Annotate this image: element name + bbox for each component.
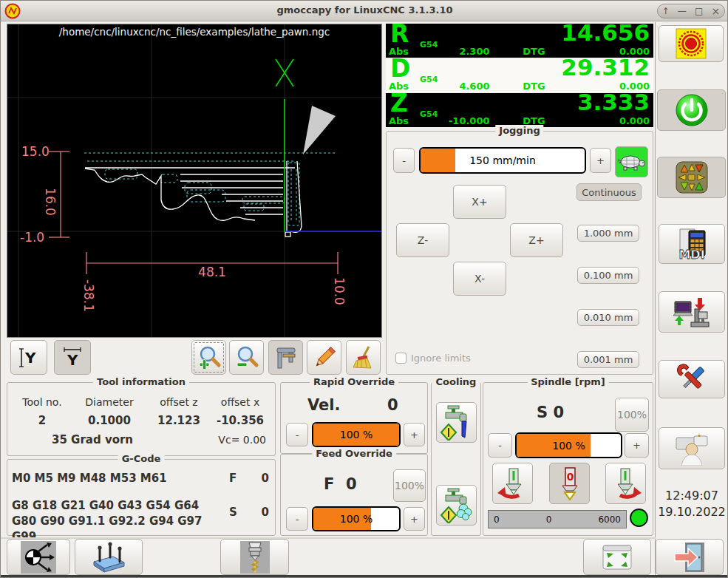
zoom-out-button[interactable] [229, 340, 264, 375]
rapid-override-bar[interactable]: 100 % [312, 422, 401, 447]
svg-text:Y: Y [24, 349, 36, 367]
spindle-minus-button[interactable]: - [488, 433, 512, 458]
jog-increment-001mm-button[interactable]: 0.010 mm [577, 309, 639, 326]
spindle-speed-label: S 0 [537, 404, 564, 421]
turtle-jog-button[interactable] [615, 146, 648, 177]
ignore-limits-checkbox[interactable]: Ignore limits [395, 353, 471, 364]
emergency-stop-icon [676, 28, 707, 59]
vc-value: Vc= 0.00 [218, 434, 266, 446]
maximize-button[interactable]: □ [695, 7, 703, 16]
jog-x-plus-button[interactable]: X+ [453, 185, 506, 219]
close-button[interactable]: × [712, 6, 721, 16]
jog-speed-plus-button[interactable]: + [590, 148, 611, 173]
jog-mode-continuous-button[interactable]: Continuous [576, 183, 642, 201]
dtg-label: DTG [490, 81, 579, 92]
tool-dimensions-button[interactable] [268, 340, 303, 375]
dimension-absolute-button[interactable]: Y [10, 340, 47, 375]
edit-gcode-button[interactable] [307, 340, 341, 375]
zoom-out-icon [234, 345, 259, 370]
rapid-minus-button[interactable]: - [286, 423, 308, 446]
dim-label-16: 16.0 [43, 188, 58, 216]
abs-label: Abs [389, 115, 418, 126]
loaded-file-path: /home/cnc/linuxcnc/nc_files/examples/lat… [7, 26, 381, 38]
spindle-ccw-button[interactable] [492, 463, 533, 504]
jog-speed-minus-button[interactable]: - [393, 148, 415, 173]
cooling-frame: Cooling [431, 382, 481, 536]
axis-position: 29.312 [561, 54, 650, 81]
rapid-override-title: Rapid Override [310, 376, 398, 387]
gcode-title: G-Code [118, 453, 165, 464]
rapid-path [84, 153, 336, 225]
jog-x-minus-button[interactable]: X- [453, 262, 506, 296]
svg-text:0: 0 [566, 471, 574, 483]
user-settings-button[interactable] [659, 427, 725, 469]
tool-cone [303, 106, 336, 154]
feed-minus-button[interactable]: - [286, 507, 308, 531]
feed-path [85, 161, 302, 237]
feed-override-bar[interactable]: 100 % [312, 506, 401, 531]
jog-z-plus-button[interactable]: Z+ [510, 223, 563, 257]
dro-axis-r[interactable]: R G54 14.656 Abs 2.300 DTG 0.000 [386, 24, 653, 58]
mdi-mode-button[interactable]: MDI [659, 224, 725, 264]
jog-z-minus-button[interactable]: Z- [396, 223, 449, 257]
shade-button[interactable]: ↑ [662, 7, 670, 16]
mist-coolant-button[interactable] [436, 485, 477, 526]
clear-plot-button[interactable] [346, 340, 381, 375]
caliper-icon [273, 345, 299, 370]
jog-increment-1mm-button[interactable]: 1.000 mm [577, 225, 639, 242]
rapid-plus-button[interactable]: + [404, 423, 425, 446]
checkbox-box [395, 353, 406, 364]
flood-icon [440, 405, 473, 441]
jog-increment-01mm-button[interactable]: 0.100 mm [577, 267, 639, 284]
s-label: S [229, 506, 237, 519]
feed-plus-button[interactable]: + [404, 507, 425, 531]
titlebar[interactable]: gmoccapy for LinuxCNC 3.1.3.10 ↑ — □ × [1, 1, 728, 21]
abs-value: 4.600 [418, 81, 490, 92]
estop-button[interactable] [659, 25, 724, 62]
flood-coolant-button[interactable] [436, 402, 477, 443]
touch-off-button[interactable] [7, 539, 70, 575]
dro-axis-z[interactable]: Z G54 3.333 Abs -10.000 DTG 0.000 [386, 93, 653, 127]
feed-label: F [324, 475, 334, 493]
dim-label-minus38: -38.1 [81, 279, 96, 312]
dro-axis-d[interactable]: D G54 29.312 Abs 4.600 DTG 0.000 [386, 58, 653, 92]
svg-text:Y: Y [67, 351, 78, 369]
spindle-override-value: 100 % [517, 434, 621, 457]
spindle-stop-button[interactable]: 0 [549, 463, 590, 504]
dimension-y-icon: Y [18, 346, 40, 370]
axis-position: 14.656 [561, 19, 650, 46]
spindle-cw-button[interactable] [605, 463, 646, 504]
touch-plate-icon [90, 541, 127, 574]
spindle-override-bar[interactable]: 100 % [515, 432, 622, 458]
f-value: 0 [262, 472, 269, 485]
jog-speed-bar[interactable]: 150 mm/min [419, 147, 586, 174]
manual-mode-button[interactable] [657, 157, 726, 198]
feed-reset-button[interactable]: 100% [393, 469, 426, 502]
svg-text:MDI: MDI [678, 248, 704, 260]
tool-no-header: Tool no. [13, 396, 71, 408]
settings-button[interactable] [659, 360, 725, 398]
rapid-override-frame: Rapid Override Vel. 0 - 100 % + [280, 382, 428, 454]
clock: 12:49:07 19.10.2022 [657, 488, 727, 520]
zoom-in-button[interactable] [191, 340, 226, 375]
auto-mode-button[interactable] [659, 291, 725, 333]
jog-speed-value: 150 mm/min [421, 149, 585, 172]
dim-label-15: 15.0 [21, 144, 50, 159]
exit-button[interactable] [656, 539, 724, 575]
axis-position: 3.333 [577, 89, 650, 115]
gcode-frame: G-Code M0 M5 M9 M48 M53 M61 F 0 G8 G18 G… [7, 459, 276, 536]
machine-on-button[interactable] [657, 89, 726, 131]
scale-current: 0 [546, 514, 552, 525]
dimension-relative-button[interactable]: Y [54, 340, 91, 375]
tool-measure-button[interactable] [220, 539, 289, 575]
spindle-plus-button[interactable]: + [625, 433, 649, 458]
minimize-button[interactable]: — [678, 7, 687, 16]
jog-increment-0001mm-button[interactable]: 0.001 mm [577, 351, 639, 368]
gcode-preview[interactable]: 15.0 16.0 -1.0 48.1 -38.1 10.0 /home/cnc… [7, 24, 382, 338]
touch-plate-button[interactable] [75, 539, 143, 575]
zoom-in-icon [197, 345, 222, 370]
fullscreen-button[interactable] [583, 539, 651, 575]
tool-holder-icon [240, 541, 270, 574]
axis-letter: R [390, 19, 409, 48]
spindle-reset-button[interactable]: 100% [615, 398, 649, 432]
